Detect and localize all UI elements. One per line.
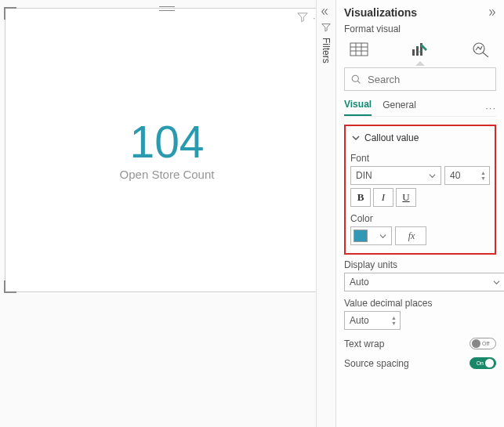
build-visual-button[interactable]: [349, 41, 369, 58]
font-size-value: 40: [450, 170, 460, 181]
font-family-value: DIN: [356, 170, 372, 181]
svg-rect-0: [350, 43, 368, 56]
color-label: Color: [350, 213, 490, 224]
visualizations-panel: Visualizations Format visual: [335, 0, 504, 427]
report-canvas: ··· 104 Open Store Count Filters: [0, 0, 335, 427]
svg-point-8: [473, 43, 484, 54]
decimal-places-value: Auto: [350, 315, 369, 326]
bold-button[interactable]: B: [350, 188, 371, 207]
svg-rect-6: [416, 46, 419, 56]
search-input[interactable]: [366, 73, 501, 86]
section-title: Callout value: [364, 132, 419, 143]
text-wrap-toggle[interactable]: Off: [470, 338, 496, 349]
card-label: Open Store Count: [120, 168, 215, 181]
resize-handle-tl[interactable]: [4, 7, 16, 20]
filter-pane-icon[interactable]: [321, 22, 332, 33]
card-value: 104: [129, 120, 204, 165]
text-wrap-label: Text wrap: [344, 338, 384, 349]
analytics-button[interactable]: [471, 41, 491, 58]
tab-more-icon[interactable]: ···: [485, 102, 496, 114]
format-visual-button[interactable]: [410, 41, 430, 58]
source-spacing-label: Source spacing: [344, 358, 409, 369]
collapse-right-icon[interactable]: [485, 7, 496, 18]
font-family-select[interactable]: DIN: [350, 166, 441, 185]
collapse-left-icon[interactable]: [321, 6, 332, 17]
source-spacing-toggle[interactable]: On: [470, 357, 496, 369]
font-label: Font: [350, 153, 490, 164]
search-input-container[interactable]: [344, 67, 496, 91]
svg-line-11: [357, 81, 360, 83]
color-picker[interactable]: [350, 226, 392, 245]
callout-value-section: Callout value Font DIN 40 ▲▼ B I U: [344, 125, 496, 255]
spinner-icon[interactable]: ▲▼: [480, 170, 486, 181]
tab-general[interactable]: General: [383, 100, 416, 115]
tab-visual[interactable]: Visual: [344, 99, 372, 116]
decimal-places-stepper[interactable]: Auto ▲▼: [344, 311, 401, 330]
card-visual[interactable]: ··· 104 Open Store Count: [5, 8, 329, 292]
filters-rail[interactable]: Filters: [316, 0, 335, 427]
filters-label: Filters: [321, 38, 332, 63]
chevron-down-icon: [350, 132, 361, 143]
underline-button[interactable]: U: [396, 188, 416, 207]
panel-subtitle: Format visual: [344, 24, 496, 34]
display-units-select[interactable]: Auto: [344, 273, 504, 291]
display-units-label: Display units: [344, 259, 496, 270]
font-size-stepper[interactable]: 40 ▲▼: [444, 166, 490, 185]
toggle-state: Off: [482, 341, 489, 346]
panel-title: Visualizations: [344, 6, 417, 19]
fx-button[interactable]: fx: [395, 226, 426, 245]
chevron-down-icon: [426, 170, 437, 181]
decimal-places-label: Value decimal places: [344, 298, 496, 309]
italic-button[interactable]: I: [373, 188, 393, 207]
display-units-value: Auto: [350, 277, 369, 288]
color-swatch-icon: [354, 230, 368, 242]
search-icon: [351, 74, 361, 85]
spinner-icon[interactable]: ▲▼: [391, 315, 397, 326]
section-header-callout[interactable]: Callout value: [350, 128, 490, 150]
resize-handle-bl[interactable]: [4, 280, 16, 293]
toggle-state: On: [477, 360, 484, 366]
chevron-down-icon: [491, 277, 502, 288]
chevron-down-icon: [377, 230, 388, 241]
svg-rect-5: [412, 49, 415, 56]
svg-line-9: [483, 52, 488, 57]
